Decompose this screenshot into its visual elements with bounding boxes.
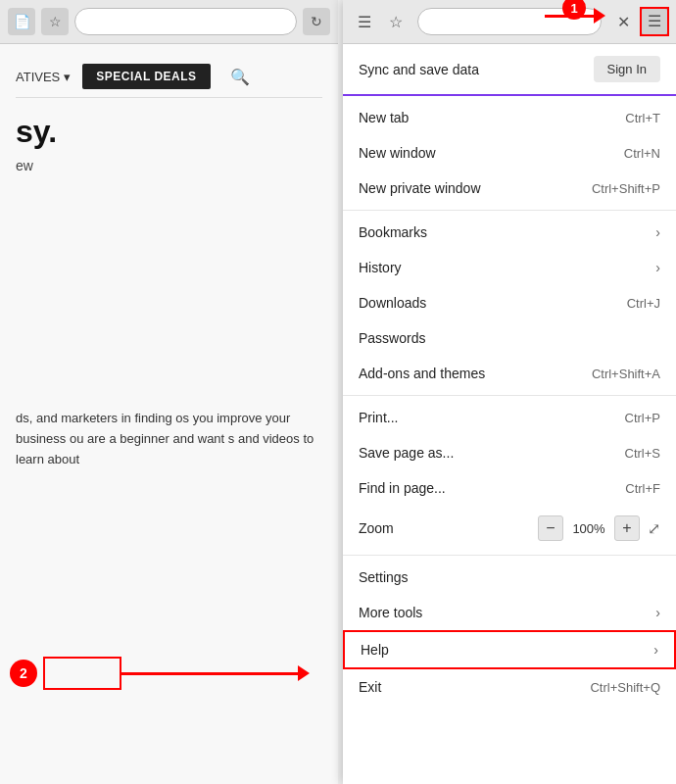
- help-label: Help: [361, 642, 646, 658]
- menu-item-exit[interactable]: Exit Ctrl+Shift+Q: [343, 669, 676, 705]
- zoom-percent: 100%: [571, 521, 606, 536]
- browser-toolbar: 📄 ☆ ↻: [0, 0, 338, 44]
- zoom-expand-icon[interactable]: ⤢: [648, 519, 660, 538]
- annotation-2: 2: [10, 657, 310, 690]
- menu-topbar: ☰ ☆ ✕ ☰: [343, 0, 676, 44]
- menu-item-bookmarks[interactable]: Bookmarks ›: [343, 215, 676, 250]
- menu-item-zoom: Zoom − 100% + ⤢: [343, 506, 676, 551]
- menu-item-find[interactable]: Find in page... Ctrl+F: [343, 470, 676, 506]
- address-bar[interactable]: [74, 8, 297, 35]
- page-subtext: ew: [16, 158, 322, 173]
- menu-item-settings[interactable]: Settings: [343, 560, 676, 595]
- bookmarks-arrow: ›: [655, 224, 660, 240]
- downloads-shortcut: Ctrl+J: [627, 296, 660, 311]
- refresh-icon: ↻: [303, 8, 330, 35]
- annotation-2-arrow: [43, 657, 310, 690]
- menu-item-new-tab[interactable]: New tab Ctrl+T: [343, 100, 676, 135]
- history-label: History: [359, 260, 648, 275]
- annotation-1: 1: [545, 8, 605, 24]
- menu-item-history[interactable]: History ›: [343, 250, 676, 285]
- sync-label: Sync and save data: [359, 62, 479, 77]
- zoom-minus-button[interactable]: −: [538, 515, 563, 541]
- addons-label: Add-ons and themes: [359, 366, 576, 381]
- hamburger-icon-lines: ☰: [648, 14, 661, 29]
- annotation-2-line: [121, 672, 298, 675]
- new-window-shortcut: Ctrl+N: [624, 146, 660, 161]
- sync-header: Sync and save data Sign In: [343, 44, 676, 96]
- sign-in-button[interactable]: Sign In: [594, 56, 660, 82]
- hamburger-button[interactable]: ☰: [641, 8, 668, 35]
- nav-initiatives: ATIVES ▾: [16, 70, 71, 84]
- annotation-1-arrowhead: [594, 8, 605, 24]
- menu-item-downloads[interactable]: Downloads Ctrl+J: [343, 285, 676, 320]
- more-tools-arrow: ›: [655, 605, 660, 620]
- more-tools-label: More tools: [359, 605, 648, 620]
- zoom-label: Zoom: [359, 520, 538, 536]
- new-private-label: New private window: [359, 180, 576, 196]
- divider-3: [343, 555, 676, 556]
- find-label: Find in page...: [359, 480, 609, 496]
- menu-item-print[interactable]: Print... Ctrl+P: [343, 400, 676, 435]
- menu-item-passwords[interactable]: Passwords: [343, 320, 676, 356]
- find-shortcut: Ctrl+F: [625, 481, 660, 496]
- menu-item-help[interactable]: Help ›: [343, 630, 676, 669]
- body-text: ds, and marketers in finding os you impr…: [16, 409, 322, 469]
- history-arrow: ›: [655, 260, 660, 275]
- annotation-2-arrowhead: [298, 665, 310, 681]
- zoom-control: − 100% + ⤢: [538, 515, 660, 541]
- initiatives-label: ATIVES: [16, 70, 60, 84]
- menu-item-more-tools[interactable]: More tools ›: [343, 595, 676, 630]
- annotation-2-circle: 2: [10, 660, 37, 687]
- page-content: ATIVES ▾ SPECIAL DEALS 🔍 sy. ew ds, and …: [0, 44, 338, 481]
- menu-item-save-page[interactable]: Save page as... Ctrl+S: [343, 435, 676, 470]
- print-shortcut: Ctrl+P: [625, 411, 660, 425]
- divider-2: [343, 395, 676, 396]
- annotation-2-rect: [43, 657, 121, 690]
- downloads-label: Downloads: [359, 295, 611, 311]
- new-window-label: New window: [359, 145, 608, 161]
- save-page-label: Save page as...: [359, 445, 609, 461]
- zoom-plus-button[interactable]: +: [614, 515, 640, 541]
- exit-label: Exit: [359, 679, 574, 695]
- browser-menu: ☰ ☆ ✕ ☰ Sync and save data Sign In New t…: [343, 0, 676, 784]
- help-arrow: ›: [653, 642, 658, 658]
- new-private-shortcut: Ctrl+Shift+P: [592, 181, 660, 196]
- passwords-label: Passwords: [359, 330, 660, 346]
- menu-item-new-window[interactable]: New window Ctrl+N: [343, 135, 676, 171]
- new-tab-label: New tab: [359, 110, 609, 125]
- addons-shortcut: Ctrl+Shift+A: [592, 367, 660, 381]
- save-page-shortcut: Ctrl+S: [625, 446, 660, 461]
- page-headline: sy.: [16, 114, 322, 150]
- page-body: ds, and marketers in finding os you impr…: [16, 409, 322, 469]
- reader-view-icon[interactable]: ☰: [351, 8, 378, 35]
- divider-1: [343, 210, 676, 211]
- menu-section-main: New tab Ctrl+T New window Ctrl+N New pri…: [343, 96, 676, 709]
- initiatives-chevron: ▾: [64, 70, 71, 84]
- close-icon[interactable]: ✕: [609, 8, 637, 35]
- bookmarks-label: Bookmarks: [359, 224, 648, 240]
- bookmark-icon: ☆: [41, 8, 69, 35]
- nav-bar: ATIVES ▾ SPECIAL DEALS 🔍: [16, 56, 322, 98]
- search-icon[interactable]: 🔍: [230, 68, 250, 86]
- menu-item-addons[interactable]: Add-ons and themes Ctrl+Shift+A: [343, 356, 676, 391]
- print-label: Print...: [359, 410, 609, 425]
- settings-label: Settings: [359, 569, 660, 585]
- reader-icon: 📄: [8, 8, 35, 35]
- menu-item-new-private[interactable]: New private window Ctrl+Shift+P: [343, 171, 676, 206]
- exit-shortcut: Ctrl+Shift+Q: [590, 680, 660, 695]
- bookmark-star-icon[interactable]: ☆: [382, 8, 410, 35]
- new-tab-shortcut: Ctrl+T: [625, 111, 660, 125]
- special-deals-button[interactable]: SPECIAL DEALS: [82, 64, 210, 89]
